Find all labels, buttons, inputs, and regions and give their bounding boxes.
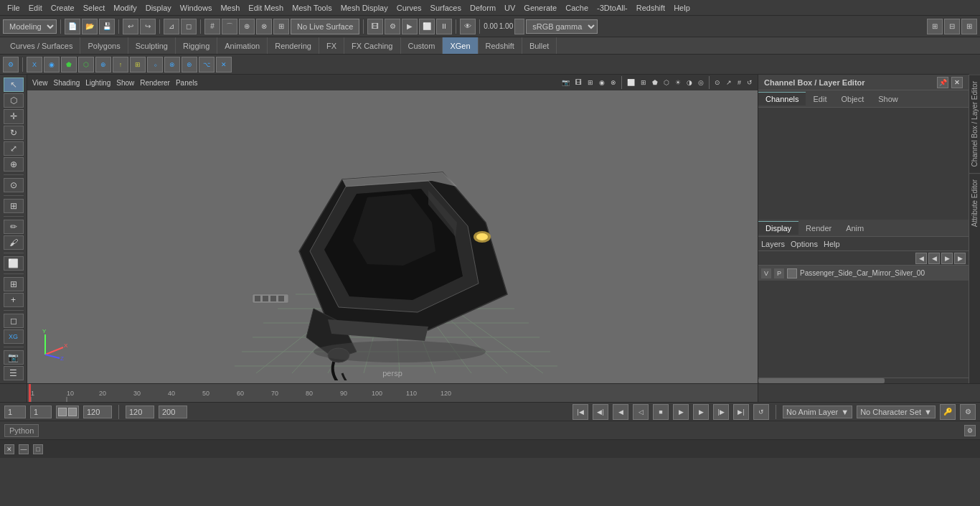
scale-tool-btn[interactable]: ⤢ — [4, 141, 24, 156]
live-surface-btn[interactable]: No Live Surface — [291, 19, 359, 34]
vp-grid-icon[interactable]: # — [735, 78, 743, 87]
menu-windows[interactable]: Windows — [176, 2, 217, 14]
layer-back-btn[interactable]: ◀ — [928, 253, 940, 264]
snap-grid-btn[interactable]: # — [204, 19, 220, 34]
panel-close-btn[interactable]: ✕ — [951, 77, 963, 88]
panel-pin-btn[interactable]: 📌 — [937, 77, 948, 88]
rotate-tool-btn[interactable]: ↻ — [4, 126, 24, 140]
grid-toggle-btn[interactable]: ⊞ — [4, 277, 24, 291]
shelf-xgen-icon5[interactable]: ⊕ — [95, 57, 111, 72]
vp-menu-panels[interactable]: Panels — [174, 78, 200, 88]
current-frame-field[interactable]: 1 — [4, 406, 26, 418]
pb-stop-btn[interactable]: ■ — [653, 404, 669, 420]
render-view-btn[interactable]: 🎞 — [367, 19, 383, 34]
vp-shadow-icon[interactable]: ◑ — [684, 78, 694, 87]
paint-select-btn[interactable]: ✏ — [4, 220, 24, 234]
layer-end-btn[interactable]: ▶ — [954, 253, 966, 264]
menu-deform[interactable]: Deform — [466, 2, 500, 14]
vp-shaded-icon[interactable]: ⬟ — [650, 78, 660, 87]
layer-menu-layers[interactable]: Layers — [761, 240, 785, 248]
menu-modify[interactable]: Modify — [109, 2, 141, 14]
open-scene-btn[interactable]: 📂 — [82, 19, 98, 34]
pb-play-btn[interactable]: ▶ — [673, 404, 689, 420]
menu-cache[interactable]: Cache — [561, 2, 593, 14]
layout-btn-1[interactable]: ⊞ — [927, 19, 943, 34]
pb-prev-btn[interactable]: ◀ — [613, 404, 628, 420]
menu-edit-mesh[interactable]: Edit Mesh — [244, 2, 288, 14]
tab-bullet[interactable]: Bullet — [522, 37, 557, 54]
settings-btn[interactable]: ⚙ — [960, 404, 976, 420]
tab-polygons[interactable]: Polygons — [80, 37, 128, 54]
vp-hud-icon[interactable]: ◉ — [597, 78, 607, 87]
tab-fx[interactable]: FX — [319, 37, 344, 54]
pb-loop-btn[interactable]: ↺ — [753, 404, 769, 420]
pb-next-btn[interactable]: ▶ — [693, 404, 709, 420]
move-tool-btn[interactable]: ✛ — [4, 109, 24, 123]
python-tab[interactable]: Python — [4, 424, 39, 437]
pb-goto-end-btn[interactable]: ▶| — [733, 404, 749, 420]
undo-btn[interactable]: ↩ — [123, 19, 138, 34]
vp-textured-icon[interactable]: ⬡ — [661, 78, 672, 87]
no-character-set-field[interactable]: No Character Set ▼ — [857, 406, 936, 418]
select-by-hierarchy-btn[interactable]: ⊿ — [164, 19, 179, 34]
ch-tab-show[interactable]: Show — [871, 93, 905, 106]
tab-rendering[interactable]: Rendering — [268, 37, 319, 54]
layer-tab-render[interactable]: Render — [798, 222, 839, 235]
viewport[interactable]: View Shading Lighting Show Renderer Pane… — [27, 75, 758, 383]
save-scene-btn[interactable]: 💾 — [99, 19, 115, 34]
render-region-btn[interactable]: ⬜ — [419, 19, 435, 34]
shelf-xgen-icon9[interactable]: ⊗ — [164, 57, 180, 72]
layer-color-swatch[interactable] — [787, 268, 797, 278]
menu-mesh-display[interactable]: Mesh Display — [336, 2, 392, 14]
shelf-xgen-icon11[interactable]: ⌥ — [199, 57, 215, 72]
select-tool-btn[interactable]: ↖ — [4, 78, 24, 92]
xgen-guide-btn[interactable]: XG — [4, 329, 24, 344]
menu-help[interactable]: Help — [669, 2, 694, 14]
layer-visibility-btn[interactable]: V — [761, 268, 771, 278]
vp-resolution-icon[interactable]: ⊞ — [585, 78, 595, 87]
pb-play-back-btn[interactable]: ◁ — [633, 404, 649, 420]
vp-camera-icon[interactable]: 📷 — [560, 78, 572, 87]
show-manipulator-btn[interactable]: ⊞ — [4, 199, 24, 213]
snap-view-btn[interactable]: ⊞ — [273, 19, 289, 34]
menu-create[interactable]: Create — [47, 2, 79, 14]
layer-tab-anim[interactable]: Anim — [839, 222, 871, 235]
menu-display[interactable]: Display — [141, 2, 176, 14]
vp-manip-icon[interactable]: ↗ — [724, 78, 734, 87]
render-settings-btn[interactable]: ⚙ — [385, 19, 400, 34]
shelf-xgen-icon1[interactable]: X — [27, 57, 42, 72]
new-scene-btn[interactable]: 📄 — [65, 19, 80, 34]
tab-fx-caching[interactable]: FX Caching — [344, 37, 400, 54]
python-input-area[interactable] — [39, 421, 964, 439]
python-settings-btn[interactable]: ⚙ — [964, 425, 976, 436]
vp-lighting-icon[interactable]: ☀ — [673, 78, 683, 87]
vp-menu-lighting[interactable]: Lighting — [83, 78, 113, 88]
vp-aa-icon[interactable]: ⊗ — [608, 78, 618, 87]
scroll-thumb[interactable] — [758, 378, 885, 383]
shelf-xgen-icon3[interactable]: ⬟ — [61, 57, 77, 72]
snap-curve-btn[interactable]: ⌒ — [222, 19, 237, 34]
menu-mesh[interactable]: Mesh — [216, 2, 244, 14]
playback-end-field[interactable]: 120 — [83, 406, 112, 418]
keyframe-btn[interactable]: 🔑 — [940, 404, 956, 420]
rvt-attribute-editor[interactable]: Attribute Editor — [969, 173, 980, 233]
vp-select-mode-icon[interactable]: ⬜ — [625, 78, 637, 87]
pb-next-key-btn[interactable]: |▶ — [713, 404, 729, 420]
menu-redshift[interactable]: Redshift — [632, 2, 669, 14]
vp-refresh-icon[interactable]: ↺ — [745, 78, 755, 87]
frame-start-field[interactable]: 1 — [30, 406, 52, 418]
soft-select-btn[interactable]: ⊙ — [4, 178, 24, 192]
tab-sculpting[interactable]: Sculpting — [128, 37, 176, 54]
show-hide-btn[interactable]: 👁 — [460, 19, 476, 34]
marquee-select-btn[interactable]: ⬜ — [4, 256, 24, 271]
vp-menu-shading[interactable]: Shading — [52, 78, 83, 88]
snap-pts-btn[interactable]: + — [4, 293, 24, 307]
shelf-icon-settings[interactable]: ⚙ — [3, 57, 19, 72]
vp-menu-view[interactable]: View — [30, 78, 50, 88]
artisan-btn[interactable]: 🖌 — [4, 235, 24, 250]
vp-isolate-icon[interactable]: ⊙ — [712, 78, 722, 87]
no-anim-layer-field[interactable]: No Anim Layer ▼ — [783, 406, 852, 418]
layer-menu-help[interactable]: Help — [824, 240, 840, 248]
rvt-channel-box[interactable]: Channel Box / Layer Editor — [969, 75, 980, 173]
color-swatch[interactable] — [514, 19, 524, 34]
